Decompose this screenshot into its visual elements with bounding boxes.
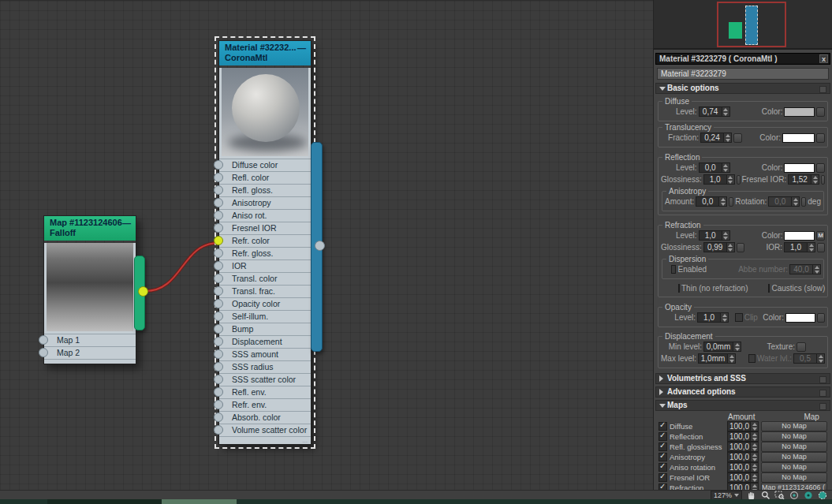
refr-ior-map-button[interactable]: [817, 243, 825, 252]
refl-level-spinner[interactable]: 0,0: [699, 162, 730, 173]
map-enable-checkbox[interactable]: [659, 483, 667, 490]
fraction-spinner[interactable]: 0,24: [700, 133, 732, 143]
abbe-number-spinner[interactable]: 40,0: [789, 264, 821, 274]
water-level-checkbox[interactable]: [748, 354, 756, 363]
rollout-maps[interactable]: Maps: [655, 400, 830, 411]
spinner-arrows-icon[interactable]: [751, 421, 759, 431]
water-level-spinner[interactable]: 0,5: [793, 353, 825, 364]
input-socket-icon[interactable]: [214, 173, 223, 182]
input-socket-icon[interactable]: [214, 362, 223, 371]
material-input-slot[interactable]: Self-illum.: [219, 310, 311, 323]
zoom-level-dropdown[interactable]: 127%: [711, 491, 742, 500]
navigator-panel[interactable]: [653, 0, 832, 50]
input-socket-icon[interactable]: [214, 387, 223, 397]
material-input-slot[interactable]: Transl. frac.: [219, 285, 311, 297]
falloff-preview-image[interactable]: [47, 243, 133, 331]
refl-color-swatch[interactable]: [784, 163, 815, 173]
map-amount-spinner[interactable]: 100,0: [727, 452, 759, 462]
map-slot-button[interactable]: No Map: [761, 442, 827, 452]
zoom-extents-all-icon[interactable]: [817, 491, 827, 499]
input-socket-icon[interactable]: [214, 413, 223, 422]
input-socket-icon[interactable]: [214, 349, 223, 359]
map-enable-checkbox[interactable]: [659, 432, 667, 441]
input-socket-icon[interactable]: [214, 312, 223, 321]
input-socket-icon[interactable]: [214, 211, 223, 220]
spinner-arrows-icon[interactable]: [751, 431, 759, 442]
input-socket-icon[interactable]: [39, 348, 48, 357]
disp-max-spinner[interactable]: 1,0mm: [698, 353, 736, 364]
refr-level-spinner[interactable]: 1,0: [699, 230, 730, 241]
falloff-output-socket[interactable]: [138, 286, 148, 297]
map-slot-button[interactable]: No Map: [761, 431, 827, 442]
refr-color-map-button[interactable]: M: [816, 231, 825, 241]
refr-ior-spinner[interactable]: 1,0: [784, 242, 815, 252]
minimize-icon[interactable]: —: [122, 218, 131, 229]
opacity-color-map-button[interactable]: [817, 313, 825, 323]
map-slot-button[interactable]: No Map: [761, 462, 827, 472]
refl-color-map-button[interactable]: [816, 163, 825, 173]
pin-icon[interactable]: [819, 376, 826, 383]
falloff-input-slot[interactable]: Map 1: [44, 334, 136, 346]
material-input-slot[interactable]: Anisotropy: [219, 196, 311, 209]
material-output-socket[interactable]: [315, 241, 325, 251]
map-slot-button[interactable]: Map #1123124606 ( Falloff ): [761, 483, 827, 490]
aniso-amount-spinner[interactable]: 0,0: [696, 196, 727, 207]
material-input-slot[interactable]: Absorb. color: [219, 411, 311, 424]
map-slot-button[interactable]: No Map: [761, 421, 827, 431]
map-enable-checkbox[interactable]: [659, 463, 667, 472]
disp-min-spinner[interactable]: 0,0mm: [703, 342, 741, 352]
pin-icon[interactable]: [819, 403, 826, 410]
spinner-arrows-icon[interactable]: [751, 462, 759, 472]
material-input-slot[interactable]: Refl. env.: [219, 386, 311, 398]
falloff-node-header[interactable]: Map #1123124606 Falloff —: [44, 216, 136, 241]
pin-icon[interactable]: [819, 390, 826, 397]
map-amount-spinner[interactable]: 100,0: [727, 483, 759, 490]
spinner-arrows-icon[interactable]: [751, 442, 759, 452]
map-amount-spinner[interactable]: 100,0: [727, 462, 759, 472]
material-input-slot[interactable]: Volume scatter color: [219, 424, 311, 436]
material-input-slot[interactable]: IOR: [219, 259, 311, 272]
input-socket-icon[interactable]: [214, 286, 223, 296]
map-enable-checkbox[interactable]: [659, 473, 667, 482]
pan-hand-icon[interactable]: [746, 491, 756, 499]
clip-checkbox[interactable]: [735, 313, 743, 322]
material-input-slot[interactable]: Transl. color: [219, 272, 311, 285]
minimize-icon[interactable]: —: [297, 43, 306, 54]
map-enable-checkbox[interactable]: [659, 442, 667, 451]
material-input-slot[interactable]: Refl. color: [219, 171, 311, 184]
input-socket-icon[interactable]: [214, 324, 223, 334]
caustics-checkbox[interactable]: [768, 284, 770, 293]
diffuse-color-swatch[interactable]: [784, 107, 815, 117]
spinner-arrows-icon[interactable]: [751, 483, 759, 490]
connected-input-socket-icon[interactable]: [214, 236, 223, 245]
aniso-amount-map-button[interactable]: [729, 197, 733, 207]
material-input-slot[interactable]: Refr. gloss.: [219, 247, 311, 259]
material-input-slot[interactable]: Opacity color: [219, 297, 311, 310]
input-socket-icon[interactable]: [214, 248, 223, 258]
zoom-extents-icon[interactable]: [789, 491, 799, 499]
input-socket-icon[interactable]: [214, 274, 223, 283]
material-input-slot[interactable]: Refr. env.: [219, 398, 311, 411]
map-amount-spinner[interactable]: 100,0: [727, 421, 759, 431]
transl-color-swatch[interactable]: [782, 133, 815, 143]
navigator-view-rect[interactable]: [717, 2, 786, 47]
input-socket-icon[interactable]: [214, 185, 223, 195]
refl-glossiness-map-button[interactable]: [737, 175, 741, 185]
map-amount-spinner[interactable]: 100,0: [727, 472, 759, 483]
rollout-basic-options[interactable]: Basic options: [655, 83, 830, 94]
material-input-slot[interactable]: Fresnel IOR: [219, 222, 311, 234]
map-enable-checkbox[interactable]: [659, 422, 667, 431]
input-socket-icon[interactable]: [214, 223, 223, 233]
close-icon[interactable]: x: [819, 54, 828, 63]
aniso-rotation-map-button[interactable]: [801, 197, 806, 207]
input-socket-icon[interactable]: [214, 198, 223, 207]
zoom-extents-selected-icon[interactable]: [803, 491, 813, 499]
input-socket-icon[interactable]: [214, 261, 223, 271]
material-preview-image[interactable]: [222, 68, 308, 156]
pin-icon[interactable]: [819, 86, 826, 93]
refr-color-swatch[interactable]: [784, 231, 815, 241]
material-input-slot[interactable]: Displacement: [219, 335, 311, 348]
fraction-map-button[interactable]: [733, 133, 742, 143]
material-input-slot[interactable]: SSS amount: [219, 348, 311, 360]
diffuse-color-map-button[interactable]: [816, 107, 825, 117]
